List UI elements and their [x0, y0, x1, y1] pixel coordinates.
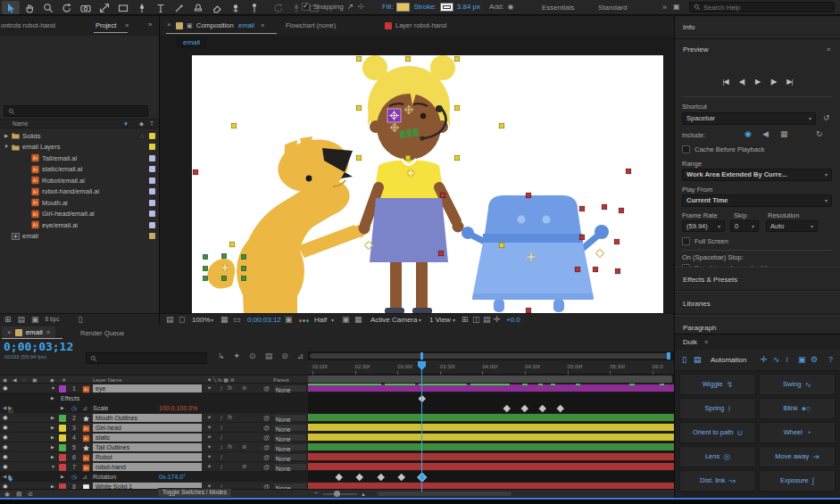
hand-tool-icon[interactable] [21, 1, 38, 14]
collapse-transform-icon[interactable]: ✷ [207, 415, 212, 420]
current-timecode[interactable]: 0;00;03;12 [4, 341, 73, 352]
keyframe-icon[interactable] [521, 404, 528, 411]
orient-to-path-button[interactable]: Orient to path∪ [679, 422, 756, 443]
range-select[interactable]: Work Area Extended By Curre...▾ [682, 169, 832, 181]
project-panel-menu-icon[interactable]: ≡ [125, 22, 129, 29]
delete-icon[interactable]: ▯ [78, 316, 82, 324]
quality-icon[interactable]: / [220, 454, 222, 460]
new-composition-icon[interactable]: ▣ [31, 316, 39, 324]
zoom-out-icon[interactable]: − [314, 490, 319, 497]
horizontal-scrollbar[interactable] [378, 492, 511, 496]
layer-duration-bar[interactable] [308, 414, 674, 421]
duik-list-icon[interactable]: ▤ [694, 356, 702, 364]
composition-canvas[interactable] [192, 55, 663, 314]
sort-arrow-icon[interactable]: ▼ [123, 121, 129, 127]
frame-blend-icon[interactable]: ▤ [265, 352, 273, 360]
rotate-tool-icon[interactable] [58, 1, 76, 14]
automation-icon[interactable]: ∿ [773, 356, 780, 364]
work-area[interactable] [308, 376, 672, 383]
keyframe-icon[interactable] [336, 473, 343, 480]
fill-swatch[interactable] [396, 3, 410, 12]
reset-shortcut-icon[interactable]: ↺ [823, 114, 830, 122]
selection-handle[interactable] [242, 277, 246, 281]
label-color-swatch[interactable] [149, 222, 155, 228]
track-row-tail-outlines[interactable] [308, 442, 674, 452]
parent-select[interactable]: None▾ [273, 463, 307, 471]
selection-handle[interactable] [454, 155, 460, 161]
label-color-swatch[interactable] [59, 454, 66, 461]
fx-icon[interactable]: fx [228, 385, 232, 392]
track-row-robot[interactable] [308, 452, 674, 462]
move-away-button[interactable]: Move away⇥ [759, 446, 836, 467]
collapse-transform-icon[interactable]: ✷ [207, 434, 212, 440]
visibility-eye-icon[interactable]: ◉ [3, 444, 8, 450]
tab-composition-name[interactable]: email [238, 22, 254, 29]
include-audio-icon[interactable]: ◀ [762, 130, 769, 138]
keyframe-icon[interactable] [557, 404, 564, 411]
wiggle-button[interactable]: Wiggle↯ [679, 374, 756, 395]
workspace-panel-icon[interactable]: ▣ [673, 4, 680, 11]
new-folder-icon[interactable]: ▤ [18, 316, 26, 324]
loop-icon[interactable]: ↻ [816, 130, 823, 138]
layer-duration-bar[interactable] [308, 453, 674, 460]
label-column-icon[interactable]: ◆ [139, 121, 144, 128]
quality-icon[interactable]: / [220, 434, 222, 441]
collapse-transform-icon[interactable]: ✷ [207, 454, 212, 459]
layer-name[interactable]: robot-hand [93, 463, 202, 471]
timeline-tab-email[interactable]: × email ≡ [2, 326, 55, 338]
pan-behind-tool-icon[interactable] [96, 1, 113, 14]
wheel-button[interactable]: Wheel◔ [759, 422, 836, 443]
selection-handle[interactable] [242, 267, 246, 271]
tab-layer[interactable]: Layer robot-hand [395, 22, 446, 29]
pen-tool-icon[interactable] [133, 1, 151, 14]
project-bit-depth[interactable]: 8 bpc [46, 317, 60, 323]
parent-pickwhip-icon[interactable]: @ [263, 454, 270, 460]
keyframe-navigator[interactable]: ◀◇▶ [3, 406, 13, 411]
view-mode[interactable]: Active Camera [370, 317, 417, 324]
tab-flowchart[interactable]: Flowchart (none) [286, 22, 336, 29]
selection-handle[interactable] [579, 206, 585, 211]
layer-duration-bar[interactable] [308, 424, 674, 431]
full-screen-option[interactable]: Full Screen [682, 237, 728, 245]
collapse-transform-icon[interactable]: ✷ [207, 425, 212, 430]
twirl-arrow-icon[interactable]: ▶ [61, 475, 64, 479]
stopwatch-icon[interactable]: ◷ [71, 474, 77, 480]
checkbox[interactable] [682, 145, 690, 153]
selection-handle[interactable] [499, 123, 504, 128]
chevron-down-icon[interactable]: ▾ [331, 318, 334, 323]
pixel-aspect-icon[interactable]: ⊞ [462, 316, 469, 324]
layer-row-robot-hand[interactable]: ◉▼7robot-hand✷/⊘@None▾ [0, 462, 308, 472]
fill-label[interactable]: Fill: [382, 4, 393, 11]
project-item-mouth-ai[interactable]: Mouth.ai [0, 197, 159, 209]
info-panel-header[interactable]: Info [675, 16, 840, 39]
stroke-width-value[interactable]: 3.84 px [457, 4, 480, 11]
swing-button[interactable]: Swing∿ [759, 374, 836, 395]
close-icon[interactable]: × [167, 21, 171, 29]
property-value[interactable]: 100.0,100.0% [159, 405, 197, 411]
keyframe-navigator[interactable]: ◀◆▶ [3, 475, 13, 480]
layer-duration-bar[interactable] [308, 434, 674, 441]
track-row-eye[interactable] [308, 384, 674, 393]
property-row-scale[interactable]: ◀◇▶▶◷⊿Scale100.0,100.0% [0, 403, 308, 413]
selection-handle[interactable] [619, 208, 624, 213]
selection-handle[interactable] [356, 155, 362, 161]
selection-handle[interactable] [593, 267, 598, 272]
spring-button[interactable]: Spring≀ [679, 398, 756, 419]
track-row-scale[interactable] [308, 403, 674, 413]
label-color-swatch[interactable] [149, 211, 155, 217]
viewer-timecode[interactable]: 0;00;03;12 [247, 317, 281, 324]
track-row-mouth-outlines[interactable] [308, 413, 674, 423]
twirl-arrow-icon[interactable]: ▶ [2, 134, 11, 139]
track-row-girl-head[interactable] [308, 423, 674, 433]
chevron-down-icon[interactable]: ▾ [211, 318, 213, 323]
selection-handle[interactable] [231, 123, 237, 128]
keyframe-icon[interactable] [503, 404, 511, 411]
track-row-robot-hand[interactable] [308, 462, 674, 472]
include-overlays-icon[interactable]: ▦ [780, 130, 788, 138]
project-item-email[interactable]: email [0, 231, 159, 243]
selection-handle[interactable] [356, 105, 362, 111]
parent-pickwhip-icon[interactable]: @ [263, 415, 270, 421]
camera-tool-icon[interactable] [77, 1, 95, 14]
selection-handle[interactable] [615, 269, 620, 274]
comp-flowchart-icon[interactable]: ▤ [483, 316, 491, 324]
